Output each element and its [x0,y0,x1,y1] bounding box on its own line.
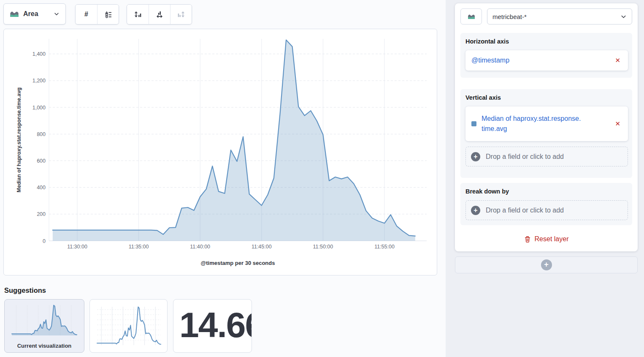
value-format-button[interactable]: # [76,5,97,24]
index-pattern-select[interactable]: metricbeat-* [487,8,632,25]
horizontal-axis-section: Horizontal axis @timestamp ✕ [460,33,632,78]
x-tick-label: 11:50:00 [313,244,333,250]
y-tick-label: 400 [37,185,46,191]
drop-zone-label: Drop a field or click to add [486,207,564,214]
plus-circle-icon: + [471,206,480,215]
reset-layer-label: Reset layer [535,235,569,243]
area-chart-icon [468,13,475,20]
y-tick-label: 0 [43,238,46,244]
y-tick-label: 600 [37,158,46,164]
config-rail: metricbeat-* Horizontal axis @timestamp … [446,0,644,357]
vertical-axis-field[interactable]: Median of haproxy.​stat.​response.​time.… [465,106,628,141]
line-thumbnail [95,305,163,348]
suggestion-line-chart[interactable] [89,299,168,353]
legend-button[interactable] [97,5,119,24]
bottom-axis-button[interactable] [149,5,170,24]
close-icon: ✕ [615,120,620,127]
break-down-heading: Break down by [465,188,628,195]
legend-icon [105,11,112,18]
x-tick-label: 11:45:00 [252,244,272,250]
x-tick-label: 11:35:00 [129,244,149,250]
right-axis-icon [177,11,185,18]
format-legend-group: # [75,4,119,25]
trash-icon [524,236,531,243]
y-tick-label: 1,400 [32,51,46,57]
y-tick-label: 1,200 [32,78,46,84]
chevron-down-icon [620,14,627,20]
y-axis-title: Median of haproxy.stat.response.time.avg [16,87,22,192]
x-tick-label: 11:55:00 [374,244,395,250]
x-axis-title: @timestamp per 30 seconds [49,260,427,266]
layer-chart-type-button[interactable] [460,8,482,25]
plus-circle-icon: + [471,152,480,161]
break-down-drop-zone[interactable]: + Drop a field or click to add [465,200,628,220]
add-layer-button[interactable]: + [455,256,638,273]
remove-field-button[interactable]: ✕ [613,56,622,65]
horizontal-axis-field[interactable]: @timestamp ✕ [465,50,628,71]
x-tick-label: 11:40:00 [190,244,210,250]
field-label: @timestamp [471,55,509,65]
metric-suggestion-value: 14.66 [179,304,252,345]
series-area [53,40,415,241]
field-label: Median of haproxy.​stat.​response.​time.… [482,114,594,134]
vertical-axis-drop-zone[interactable]: + Drop a field or click to add [465,147,628,166]
chevron-down-icon [54,11,60,17]
vertical-axis-section: Vertical axis Median of haproxy.​stat.​r… [460,89,632,178]
break-down-section: Break down by + Drop a field or click to… [460,183,632,225]
suggestions-heading: Suggestions [4,286,46,294]
bottom-axis-icon [156,11,163,18]
plus-circle-icon: + [541,259,552,270]
drop-zone-label: Drop a field or click to add [486,153,564,161]
x-tick-label: 11:30:00 [67,244,87,250]
lens-editor: Area # [0,0,644,357]
suggestion-metric[interactable]: 14.66 [173,299,252,353]
remove-field-button[interactable]: ✕ [613,119,622,128]
chart-workspace[interactable]: 02004006008001,0001,2001,40011:30:0011:3… [3,29,437,275]
area-thumbnail [10,303,79,338]
left-axis-button[interactable] [127,5,149,24]
axis-settings-group [127,4,192,25]
suggestion-current[interactable]: Current visualization [4,299,84,353]
area-chart-icon [10,9,19,19]
close-icon: ✕ [615,57,620,64]
area-chart-svg: 02004006008001,0001,2001,40011:30:0011:3… [4,29,438,276]
reset-layer-button[interactable]: Reset layer [455,235,638,243]
left-axis-icon [134,11,142,18]
horizontal-axis-heading: Horizontal axis [465,38,628,45]
vertical-axis-heading: Vertical axis [465,94,628,101]
right-axis-button [170,5,192,24]
index-pattern-value: metricbeat-* [492,13,527,20]
y-tick-label: 800 [37,131,46,137]
hash-icon: # [84,11,88,18]
y-tick-label: 1,000 [32,105,46,111]
current-visualization-label: Current visualization [5,343,84,349]
layer-panel: metricbeat-* Horizontal axis @timestamp … [455,3,638,251]
chart-type-selector[interactable]: Area [3,3,66,25]
chart-type-label: Area [23,10,38,18]
y-tick-label: 200 [37,211,46,217]
series-color-swatch [471,121,476,126]
